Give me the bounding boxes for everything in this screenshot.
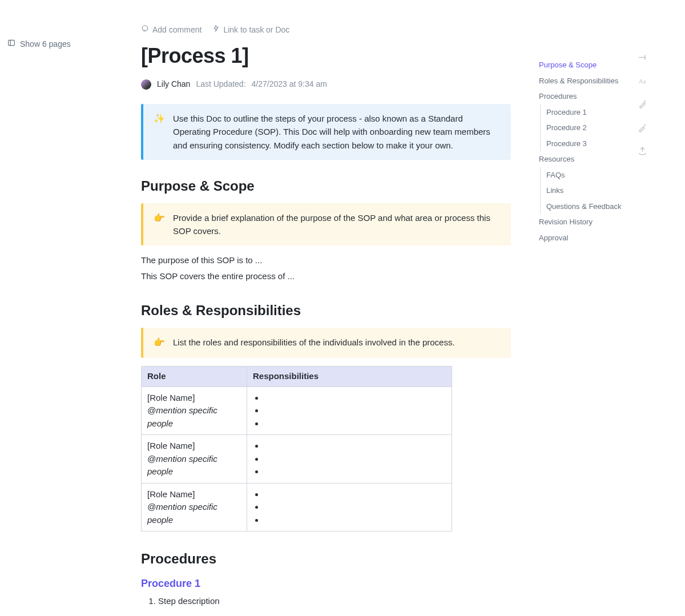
comment-icon [141, 24, 149, 36]
procedures-heading[interactable]: Procedures [141, 549, 511, 569]
step-item[interactable]: Step description [158, 595, 511, 608]
svg-point-2 [142, 26, 147, 31]
width-tool[interactable] [638, 53, 647, 62]
style-tool[interactable] [638, 123, 647, 132]
outline-questions-feedback[interactable]: Questions & Feedback [546, 199, 627, 215]
outline-purpose-scope[interactable]: Purpose & Scope [539, 57, 627, 73]
document-outline: Purpose & Scope Roles & Responsibilities… [539, 57, 627, 245]
doc-actions: Add comment Link to task or Doc [141, 24, 511, 36]
roles-callout-text: List the roles and responsibilities of t… [173, 336, 501, 350]
responsibilities-list [253, 392, 446, 430]
intro-callout-text: Use this Doc to outline the steps of you… [173, 112, 501, 152]
svg-text:Aa: Aa [638, 78, 646, 84]
page-title[interactable]: [Process 1] [141, 41, 511, 71]
export-tool[interactable] [638, 146, 647, 156]
role-name: [Role Name] [147, 440, 241, 453]
document-body: Add comment Link to task or Doc [Process… [141, 0, 511, 608]
col-role: Role [142, 367, 247, 387]
procedure-1-heading[interactable]: Procedure 1 [141, 576, 511, 591]
last-updated-label: Last Updated: [196, 78, 245, 90]
add-comment-button[interactable]: Add comment [141, 24, 202, 36]
outline-procedure-2[interactable]: Procedure 2 [546, 120, 627, 136]
meta-row: Lily Chan Last Updated: 4/27/2023 at 9:3… [141, 78, 511, 90]
show-pages-label: Show 6 pages [20, 38, 71, 50]
procedure-1-steps[interactable]: Step description [141, 595, 511, 608]
roles-heading[interactable]: Roles & Responsibilities [141, 300, 511, 321]
add-comment-label: Add comment [152, 24, 202, 36]
purpose-line-1[interactable]: The purpose of this SOP is to ... [141, 253, 511, 267]
purpose-callout[interactable]: 👉 Provide a brief explanation of the pur… [141, 203, 511, 246]
responsibilities-list [253, 440, 446, 478]
show-pages-toggle[interactable]: Show 6 pages [7, 38, 71, 50]
right-toolbar: Aa [638, 53, 647, 156]
role-name: [Role Name] [147, 488, 241, 501]
table-row[interactable]: [Role Name] @mention specific people [142, 435, 452, 484]
last-updated-value: 4/27/2023 at 9:34 am [252, 78, 327, 90]
outline-roles[interactable]: Roles & Responsibilities [539, 73, 627, 89]
col-responsibilities: Responsibilities [247, 367, 452, 387]
outline-resources[interactable]: Resources [539, 151, 627, 167]
outline-links[interactable]: Links [546, 183, 627, 199]
role-mention: @mention specific people [147, 501, 241, 526]
outline-approval[interactable]: Approval [539, 230, 627, 246]
table-row[interactable]: [Role Name] @mention specific people [142, 386, 452, 435]
point-right-icon: 👉 [154, 336, 165, 350]
point-right-icon: 👉 [154, 211, 165, 238]
outline-procedure-3[interactable]: Procedure 3 [546, 136, 627, 152]
sparkle-icon: ✨ [154, 112, 165, 152]
link-icon [212, 24, 220, 36]
purpose-callout-text: Provide a brief explanation of the purpo… [173, 211, 501, 238]
responsibilities-list [253, 488, 446, 527]
purpose-line-2[interactable]: This SOP covers the entire process of ..… [141, 269, 511, 283]
role-name: [Role Name] [147, 392, 241, 405]
avatar[interactable] [141, 79, 151, 90]
svg-rect-0 [9, 40, 15, 45]
author-name[interactable]: Lily Chan [157, 78, 190, 90]
role-mention: @mention specific people [147, 453, 241, 478]
outline-procedures[interactable]: Procedures [539, 88, 627, 104]
outline-revision-history[interactable]: Revision History [539, 214, 627, 230]
outline-faqs[interactable]: FAQs [546, 167, 627, 183]
intro-callout[interactable]: ✨ Use this Doc to outline the steps of y… [141, 104, 511, 160]
ai-assist-tool[interactable] [638, 99, 647, 109]
role-mention: @mention specific people [147, 404, 241, 430]
roles-callout[interactable]: 👉 List the roles and responsibilities of… [141, 328, 511, 358]
roles-table[interactable]: Role Responsibilities [Role Name] @menti… [141, 366, 452, 532]
typography-tool[interactable]: Aa [638, 76, 647, 86]
table-row[interactable]: [Role Name] @mention specific people [142, 483, 452, 532]
link-task-label: Link to task or Doc [223, 24, 289, 36]
panel-icon [7, 38, 15, 50]
purpose-heading[interactable]: Purpose & Scope [141, 176, 511, 196]
link-task-button[interactable]: Link to task or Doc [212, 24, 289, 36]
outline-procedure-1[interactable]: Procedure 1 [546, 104, 627, 120]
